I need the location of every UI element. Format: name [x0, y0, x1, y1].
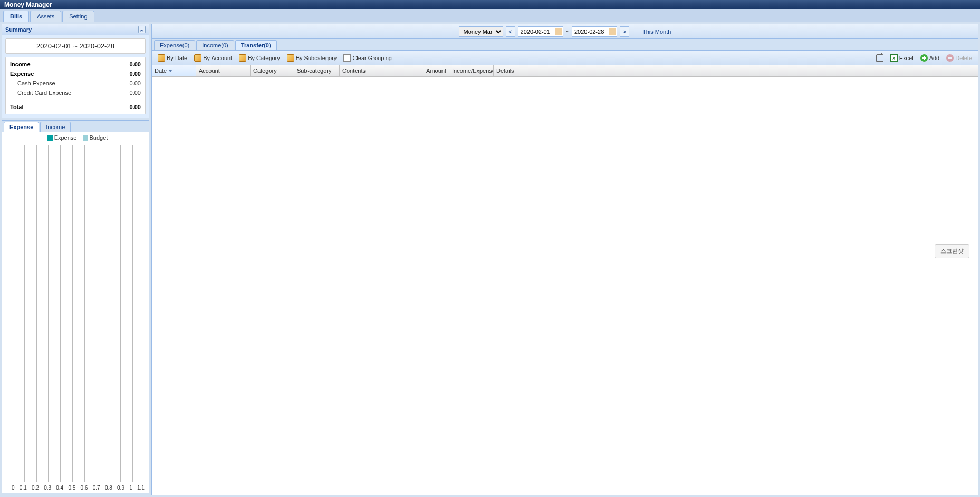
credit-expense-label: Credit Card Expense: [17, 90, 71, 96]
delete-icon: [946, 54, 954, 62]
summary-title: Summary: [5, 26, 32, 33]
add-button[interactable]: Add: [918, 53, 943, 63]
income-value: 0.00: [130, 61, 141, 67]
chart-legend: Expense Budget: [2, 132, 149, 143]
chart-tab-expense[interactable]: Expense: [4, 122, 39, 132]
add-icon: [920, 54, 928, 62]
tab-expense[interactable]: Expense(0): [154, 40, 195, 50]
collapse-icon[interactable]: ︽: [138, 26, 146, 33]
prev-period-button[interactable]: <: [506, 26, 515, 37]
tab-income[interactable]: Income(0): [196, 40, 234, 50]
calendar-icon[interactable]: [555, 28, 562, 35]
excel-icon: x: [890, 54, 898, 62]
group-icon: [239, 54, 246, 62]
col-contents[interactable]: Contents: [340, 65, 405, 76]
tab-setting[interactable]: Setting: [62, 11, 94, 22]
group-icon: [287, 54, 294, 62]
this-month-link[interactable]: This Month: [642, 28, 671, 35]
total-value: 0.00: [130, 104, 141, 110]
group-icon: [194, 54, 201, 62]
main-tab-bar: Bills Assets Setting: [0, 9, 980, 22]
summary-panel: Summary ︽ 2020-02-01 ~ 2020-02-28 Income…: [2, 24, 149, 118]
delete-button[interactable]: Delete: [944, 53, 975, 63]
legend-expense: Expense: [54, 134, 77, 141]
col-date[interactable]: Date: [152, 65, 196, 76]
credit-expense-value: 0.00: [130, 90, 141, 96]
summary-date-range: 2020-02-01 ~ 2020-02-28: [5, 38, 146, 54]
cash-expense-label: Cash Expense: [17, 80, 55, 86]
chart-body: Expense Budget 00.10.20.30.40.50.60.70.8…: [2, 132, 149, 493]
summary-table: Income 0.00 Expense 0.00 Cash Expense 0.…: [5, 57, 146, 114]
calendar-icon[interactable]: [609, 28, 616, 35]
col-details[interactable]: Details: [494, 65, 978, 76]
print-button[interactable]: [873, 53, 886, 63]
title-bar: Money Manager: [0, 0, 980, 9]
book-select[interactable]: Money Manager: [459, 26, 503, 37]
chart-tab-income[interactable]: Income: [40, 122, 71, 132]
legend-budget: Budget: [90, 134, 108, 141]
group-by-subcategory-button[interactable]: By Subcategory: [284, 53, 340, 63]
summary-header: Summary ︽: [2, 24, 149, 35]
grid-toolbar: By Date By Account By Category By Subcat…: [152, 51, 978, 65]
date-separator: ~: [566, 28, 569, 35]
excel-button[interactable]: xExcel: [888, 53, 916, 63]
tab-assets[interactable]: Assets: [30, 11, 61, 22]
app-title: Money Manager: [4, 1, 52, 8]
chart-area: 00.10.20.30.40.50.60.70.80.911.1: [12, 145, 145, 482]
main-area: Money Manager < ~ > This Month Expense(0…: [151, 24, 978, 495]
group-icon: [158, 54, 165, 62]
col-account[interactable]: Account: [196, 65, 251, 76]
legend-swatch-budget: [83, 135, 88, 141]
clear-grouping-button[interactable]: Clear Grouping: [341, 53, 395, 63]
group-by-category-button[interactable]: By Category: [236, 53, 283, 63]
clear-icon: [343, 54, 351, 62]
print-icon: [876, 54, 883, 62]
sort-desc-icon: [169, 70, 172, 72]
cash-expense-value: 0.00: [130, 80, 141, 86]
type-tab-bar: Expense(0) Income(0) Transfer(0): [152, 39, 978, 51]
chart-panel: Expense Income Expense Budget 00.10.20.3…: [2, 120, 149, 493]
grid-header: Date Account Category Sub-category Conte…: [152, 65, 978, 77]
group-by-account-button[interactable]: By Account: [191, 53, 235, 63]
filter-bar: Money Manager < ~ > This Month: [152, 24, 978, 39]
screenshot-button[interactable]: 스크린샷: [935, 244, 969, 258]
tab-transfer[interactable]: Transfer(0): [235, 40, 277, 50]
expense-label: Expense: [10, 71, 34, 77]
col-category[interactable]: Category: [251, 65, 294, 76]
legend-swatch-expense: [47, 135, 53, 141]
chart-tab-bar: Expense Income: [2, 121, 149, 132]
sidebar: Summary ︽ 2020-02-01 ~ 2020-02-28 Income…: [2, 24, 149, 495]
grid-body[interactable]: [152, 77, 978, 495]
tab-bills[interactable]: Bills: [3, 11, 29, 22]
col-income-expense[interactable]: Income/Expense: [449, 65, 494, 76]
col-subcategory[interactable]: Sub-category: [294, 65, 340, 76]
group-by-date-button[interactable]: By Date: [155, 53, 190, 63]
total-label: Total: [10, 104, 23, 110]
income-label: Income: [10, 61, 31, 67]
col-amount[interactable]: Amount: [405, 65, 449, 76]
expense-value: 0.00: [130, 71, 141, 77]
next-period-button[interactable]: >: [620, 26, 629, 37]
